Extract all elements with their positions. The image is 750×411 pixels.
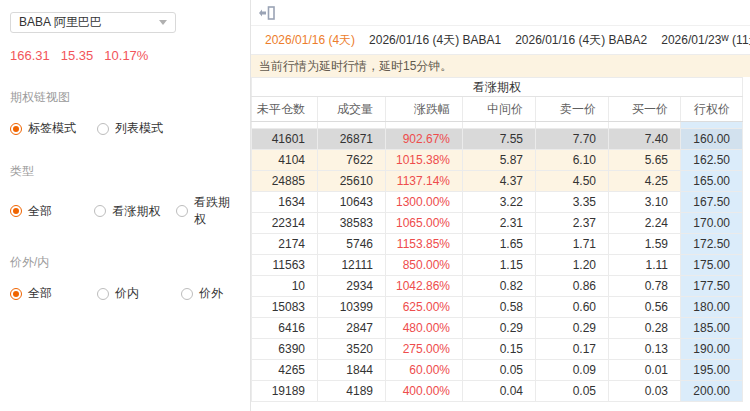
strike-cell: 170.00 [681, 213, 743, 234]
bid-price-cell: 0.28 [609, 318, 681, 339]
strike-cell: 162.50 [681, 150, 743, 171]
volume-cell: 3520 [318, 339, 386, 360]
symbol-select[interactable]: BABA 阿里巴巴 [10, 12, 176, 33]
volume-cell: 4189 [318, 381, 386, 402]
change-pct-cell: 1065.00% [386, 213, 463, 234]
radio-list-mode[interactable]: 列表模式 [97, 120, 163, 137]
open-interest-cell: 4265 [252, 360, 318, 381]
radio-label: 价外 [199, 285, 223, 302]
volume-cell: 10399 [318, 297, 386, 318]
col-mid-price: 中间价 [463, 97, 536, 122]
radio-icon [10, 205, 22, 217]
mid-price-cell: 0.58 [463, 297, 536, 318]
main-panel: 2026/01/16 (4天) 2026/01/16 (4天) BABA1 20… [251, 0, 750, 411]
volume-cell: 2847 [318, 318, 386, 339]
quote-price: 166.31 [10, 48, 50, 63]
radio-label: 价内 [115, 285, 139, 302]
ask-price-cell: 4.50 [536, 171, 609, 192]
bid-price-cell: 0.03 [609, 381, 681, 402]
bid-price-cell: 1.59 [609, 234, 681, 255]
table-row[interactable]: 63903520275.00%0.150.170.13190.00 [252, 339, 743, 360]
ask-price-cell: 3.35 [536, 192, 609, 213]
volume-cell: 5746 [318, 234, 386, 255]
ask-price-cell: 0.09 [536, 360, 609, 381]
mid-price-cell: 2.31 [463, 213, 536, 234]
radio-out-of-money[interactable]: 价外 [181, 285, 223, 302]
section-title-type: 类型 [10, 163, 240, 180]
tab-expiry-4[interactable]: 2026/01/23ᵂ (11天) [654, 32, 750, 49]
tab-expiry-2[interactable]: 2026/01/16 (4天) BABA1 [362, 32, 508, 49]
call-options-table: 看涨期权 未平仓数 成交量 涨跌幅 中间价 卖一价 买一价 行权价 416012… [251, 77, 743, 402]
quote-change-pct: 10.17% [104, 48, 148, 63]
volume-cell: 12111 [318, 255, 386, 276]
table-row[interactable]: 1156312111850.00%1.151.201.11175.00 [252, 255, 743, 276]
mid-price-cell: 3.22 [463, 192, 536, 213]
mid-price-cell: 0.15 [463, 339, 536, 360]
volume-cell: 7622 [318, 150, 386, 171]
toolbar [251, 0, 750, 26]
tab-expiry-1[interactable]: 2026/01/16 (4天) [258, 32, 362, 49]
radio-moneyness-all[interactable]: 全部 [10, 285, 97, 302]
table-row[interactable]: 24885256101137.14%4.374.504.25165.00 [252, 171, 743, 192]
radio-label: 全部 [28, 203, 52, 220]
bid-price-cell: 3.10 [609, 192, 681, 213]
ask-price-cell: 0.29 [536, 318, 609, 339]
change-pct-cell: 60.00% [386, 360, 463, 381]
change-pct-cell: 400.00% [386, 381, 463, 402]
change-pct-cell: 275.00% [386, 339, 463, 360]
tab-expiry-3[interactable]: 2026/01/16 (4天) BABA2 [508, 32, 654, 49]
col-open-interest: 未平仓数 [252, 97, 318, 122]
table-row[interactable]: 191894189400.00%0.040.050.03200.00 [252, 381, 743, 402]
group-header-call-options: 看涨期权 [252, 78, 743, 97]
strike-cell: 165.00 [681, 171, 743, 192]
strike-cell: 175.00 [681, 255, 743, 276]
change-pct-cell: 850.00% [386, 255, 463, 276]
col-volume: 成交量 [318, 97, 386, 122]
change-pct-cell: 625.00% [386, 297, 463, 318]
volume-cell: 1844 [318, 360, 386, 381]
strike-cell: 180.00 [681, 297, 743, 318]
ask-price-cell: 7.70 [536, 129, 609, 150]
bid-price-cell: 2.24 [609, 213, 681, 234]
strike-cell: 195.00 [681, 360, 743, 381]
table-row[interactable]: 217457461153.85%1.651.711.59172.50 [252, 234, 743, 255]
radio-label: 列表模式 [115, 120, 163, 137]
delayed-quote-notice: 当前行情为延时行情，延时15分钟。 [251, 55, 750, 77]
radio-group-type: 全部 看涨期权 看跌期权 [10, 194, 240, 228]
radio-group-chain-view: 标签模式 列表模式 [10, 120, 240, 137]
group-header-row: 看涨期权 [252, 78, 743, 97]
open-interest-cell: 10 [252, 276, 318, 297]
radio-type-call[interactable]: 看涨期权 [94, 194, 176, 228]
mid-price-cell: 5.87 [463, 150, 536, 171]
ask-price-cell: 1.20 [536, 255, 609, 276]
table-row[interactable]: 1634106431300.00%3.223.353.10167.50 [252, 192, 743, 213]
spacer-row [252, 122, 743, 129]
mid-price-cell: 1.15 [463, 255, 536, 276]
mid-price-cell: 7.55 [463, 129, 536, 150]
change-pct-cell: 1153.85% [386, 234, 463, 255]
collapse-sidebar-icon[interactable] [259, 5, 279, 21]
radio-type-all[interactable]: 全部 [10, 194, 94, 228]
table-row[interactable]: 22314385831065.00%2.312.372.24170.00 [252, 213, 743, 234]
strike-cell: 190.00 [681, 339, 743, 360]
radio-tag-mode[interactable]: 标签模式 [10, 120, 97, 137]
table-row[interactable]: 1508310399625.00%0.580.600.56180.00 [252, 297, 743, 318]
quote-line: 166.31 15.35 10.17% [10, 48, 240, 63]
radio-type-put[interactable]: 看跌期权 [176, 194, 240, 228]
ask-price-cell: 6.10 [536, 150, 609, 171]
table-row[interactable]: 1029341042.86%0.820.860.78177.50 [252, 276, 743, 297]
table-row[interactable]: 4265184460.00%0.050.090.01195.00 [252, 360, 743, 381]
volume-cell: 25610 [318, 171, 386, 192]
col-change-pct: 涨跌幅 [386, 97, 463, 122]
volume-cell: 38583 [318, 213, 386, 234]
table-row[interactable]: 64162847480.00%0.290.290.28185.00 [252, 318, 743, 339]
table-row[interactable]: 410476221015.38%5.876.105.65162.50 [252, 150, 743, 171]
change-pct-cell: 1042.86% [386, 276, 463, 297]
radio-icon [97, 288, 109, 300]
ask-price-cell: 1.71 [536, 234, 609, 255]
radio-in-the-money[interactable]: 价内 [97, 285, 181, 302]
radio-icon [176, 205, 188, 217]
open-interest-cell: 6390 [252, 339, 318, 360]
strike-cell: 167.50 [681, 192, 743, 213]
table-row[interactable]: 4160126871902.67%7.557.707.40160.00 [252, 129, 743, 150]
